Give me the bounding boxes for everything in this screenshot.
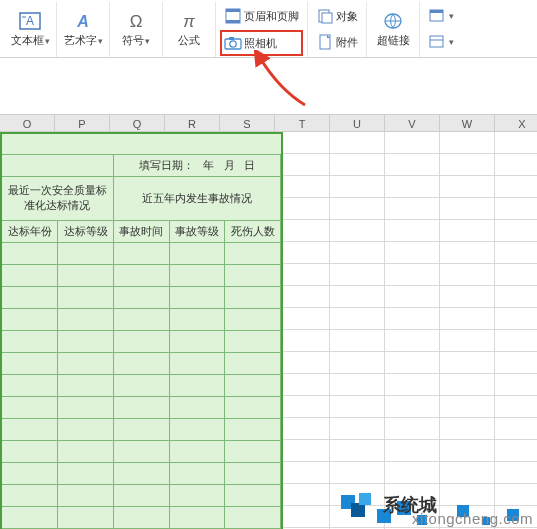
grid-cell[interactable] (275, 352, 330, 374)
grid-cell[interactable] (275, 418, 330, 440)
data-cell[interactable] (113, 352, 169, 374)
data-cell[interactable] (2, 286, 58, 308)
col-header[interactable]: V (385, 115, 440, 131)
grid-cell[interactable] (330, 198, 385, 220)
grid-cell[interactable] (440, 220, 495, 242)
object-button[interactable]: 对象 (312, 4, 362, 28)
data-cell[interactable] (58, 264, 114, 286)
grid-cell[interactable] (330, 220, 385, 242)
data-cell[interactable] (2, 264, 58, 286)
grid-cell[interactable] (385, 352, 440, 374)
grid-cell[interactable] (330, 440, 385, 462)
data-cell[interactable] (113, 396, 169, 418)
data-cell[interactable] (113, 308, 169, 330)
data-cell[interactable] (2, 506, 58, 528)
data-cell[interactable] (225, 242, 281, 264)
grid-cell[interactable] (495, 286, 537, 308)
grid-cell[interactable] (495, 264, 537, 286)
data-cell[interactable] (225, 506, 281, 528)
data-cell[interactable] (225, 352, 281, 374)
data-cell[interactable] (225, 330, 281, 352)
grid-cell[interactable] (440, 396, 495, 418)
data-cell[interactable] (58, 286, 114, 308)
grid-cell[interactable] (330, 308, 385, 330)
data-cell[interactable] (2, 440, 58, 462)
grid-cell[interactable] (275, 308, 330, 330)
data-cell[interactable] (2, 418, 58, 440)
grid-cell[interactable] (330, 374, 385, 396)
data-cell[interactable] (113, 418, 169, 440)
grid-cell[interactable] (385, 154, 440, 176)
data-cell[interactable] (2, 396, 58, 418)
grid-cell[interactable] (385, 440, 440, 462)
grid-cell[interactable] (330, 286, 385, 308)
grid-cell[interactable] (440, 462, 495, 484)
data-cell[interactable] (169, 484, 225, 506)
data-cell[interactable] (169, 506, 225, 528)
data-cell[interactable] (58, 308, 114, 330)
grid-cell[interactable] (330, 132, 385, 154)
attachment-button[interactable]: 附件 (312, 30, 362, 54)
grid-cell[interactable] (275, 242, 330, 264)
col-header[interactable]: R (165, 115, 220, 131)
data-cell[interactable] (225, 440, 281, 462)
grid-cell[interactable] (495, 418, 537, 440)
grid-cell[interactable] (275, 198, 330, 220)
grid-cell[interactable] (385, 308, 440, 330)
data-cell[interactable] (225, 484, 281, 506)
grid-cell[interactable] (440, 154, 495, 176)
data-cell[interactable] (225, 264, 281, 286)
fill-date-cell[interactable]: 填写日期： 年 月 日 (113, 154, 280, 176)
symbol-button[interactable]: Ω 符号▾ (114, 2, 158, 56)
data-cell[interactable] (2, 484, 58, 506)
grid-cell[interactable] (495, 176, 537, 198)
data-cell[interactable] (225, 374, 281, 396)
grid-cell[interactable] (330, 154, 385, 176)
grid-cell[interactable] (495, 154, 537, 176)
data-cell[interactable] (169, 352, 225, 374)
grid-cell[interactable] (495, 352, 537, 374)
misc-icon-1[interactable]: ▾ (424, 4, 458, 28)
grid-cell[interactable] (440, 330, 495, 352)
grid-cell[interactable] (495, 396, 537, 418)
data-cell[interactable] (225, 396, 281, 418)
data-cell[interactable] (58, 462, 114, 484)
data-cell[interactable] (2, 242, 58, 264)
data-cell[interactable] (2, 352, 58, 374)
grid-cell[interactable] (385, 198, 440, 220)
data-cell[interactable] (113, 484, 169, 506)
data-cell[interactable] (169, 396, 225, 418)
grid-cell[interactable] (275, 374, 330, 396)
data-cell[interactable] (169, 440, 225, 462)
data-cell[interactable] (58, 242, 114, 264)
data-cell[interactable] (2, 330, 58, 352)
header-footer-button[interactable]: 页眉和页脚 (220, 4, 303, 28)
grid-cell[interactable] (385, 220, 440, 242)
data-cell[interactable] (169, 286, 225, 308)
data-cell[interactable] (2, 374, 58, 396)
data-cell[interactable] (113, 242, 169, 264)
data-cell[interactable] (169, 462, 225, 484)
data-cell[interactable] (169, 264, 225, 286)
grid-cell[interactable] (440, 286, 495, 308)
grid-cell[interactable] (275, 154, 330, 176)
data-cell[interactable] (113, 374, 169, 396)
grid-cell[interactable] (495, 330, 537, 352)
data-cell[interactable] (58, 352, 114, 374)
data-cell[interactable] (169, 330, 225, 352)
grid-cell[interactable] (275, 396, 330, 418)
misc-icon-2[interactable]: ▾ (424, 30, 458, 54)
grid-cell[interactable] (275, 286, 330, 308)
data-cell[interactable] (58, 330, 114, 352)
grid-cell[interactable] (385, 132, 440, 154)
data-cell[interactable] (58, 396, 114, 418)
grid-cell[interactable] (330, 242, 385, 264)
data-cell[interactable] (169, 308, 225, 330)
data-cell[interactable] (113, 440, 169, 462)
grid-cell[interactable] (440, 440, 495, 462)
col-header[interactable]: X (495, 115, 537, 131)
grid-cell[interactable] (385, 396, 440, 418)
data-cell[interactable] (2, 462, 58, 484)
grid-cell[interactable] (385, 418, 440, 440)
grid-cell[interactable] (495, 462, 537, 484)
